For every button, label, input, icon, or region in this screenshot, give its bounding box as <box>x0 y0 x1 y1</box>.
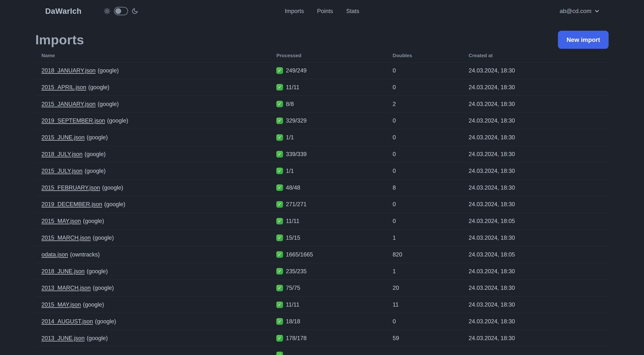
created-at-cell: 24.03.2024, 18:30 <box>469 268 609 275</box>
user-menu[interactable]: ab@cd.com <box>560 8 600 14</box>
doubles-cell: 0 <box>392 117 469 124</box>
processed-count: 329/329 <box>286 117 307 124</box>
processed-cell: ✓ 48/48 <box>276 184 392 191</box>
import-file-link[interactable]: 2015_MARCH.json <box>42 235 91 241</box>
name-cell <box>42 352 276 355</box>
processed-cell: ✓ 11/11 <box>276 301 392 308</box>
column-header-name: Name <box>42 53 276 58</box>
import-file-link[interactable]: 2015_MAY.json <box>42 301 81 308</box>
nav-points[interactable]: Points <box>317 8 333 14</box>
import-file-link[interactable]: 2018_JUNE.json <box>42 268 84 275</box>
import-source: (owntracks) <box>70 251 100 258</box>
import-file-link[interactable]: 2015_MAY.json <box>42 218 81 224</box>
import-file-link[interactable]: 2015_JULY.json <box>42 168 82 174</box>
created-at-cell: 24.03.2024, 18:30 <box>469 301 609 308</box>
name-cell: 2013_JUNE.json(google) <box>42 335 276 342</box>
check-icon: ✓ <box>276 335 283 342</box>
doubles-cell: 0 <box>392 168 469 174</box>
name-cell: 2014_AUGUST.json(google) <box>42 318 276 325</box>
import-file-link[interactable]: 2015_FEBRUARY.json <box>42 184 100 191</box>
name-cell: 2018_JUNE.json(google) <box>42 268 276 275</box>
processed-count: 48/48 <box>286 184 300 191</box>
import-file-link[interactable]: 2015_JANUARY.json <box>42 101 96 107</box>
sun-icon <box>104 8 110 14</box>
table-row: 2013_MARCH.json(google) ✓ 75/75 20 24.03… <box>36 280 609 297</box>
processed-count: 18/18 <box>286 318 300 325</box>
check-icon: ✓ <box>276 318 283 325</box>
check-icon: ✓ <box>276 101 283 107</box>
processed-count: 1/1 <box>286 134 294 141</box>
import-file-link[interactable]: 2018_JANUARY.json <box>42 67 96 74</box>
check-icon: ✓ <box>276 184 283 191</box>
doubles-cell: 1 <box>392 268 469 275</box>
nav-stats[interactable]: Stats <box>346 8 359 14</box>
import-file-link[interactable]: 2013_MARCH.json <box>42 285 91 291</box>
table-row: 2015_APRIL.json(google) ✓ 11/11 0 24.03.… <box>36 79 609 96</box>
created-at-cell: 24.03.2024, 18:30 <box>469 168 609 174</box>
import-source: (google) <box>88 84 110 90</box>
created-at-cell: 24.03.2024, 18:30 <box>469 335 609 342</box>
doubles-cell: 0 <box>392 84 469 91</box>
import-file-link[interactable]: 2015_APRIL.json <box>42 84 86 90</box>
import-file-link[interactable]: 2018_JULY.json <box>42 151 82 157</box>
created-at-cell: 24.03.2024, 18:30 <box>469 235 609 241</box>
created-at-cell: 24.03.2024, 18:05 <box>469 218 609 224</box>
doubles-cell: 0 <box>392 67 469 74</box>
created-at-cell: 24.03.2024, 18:30 <box>469 101 609 107</box>
doubles-cell: 8 <box>392 184 469 191</box>
name-cell: 2015_FEBRUARY.json(google) <box>42 184 276 191</box>
created-at-cell: 24.03.2024, 18:30 <box>469 318 609 325</box>
import-file-link[interactable]: odata.json <box>42 251 68 258</box>
import-source: (google) <box>102 184 123 191</box>
processed-cell: ✓ 18/18 <box>276 318 392 325</box>
check-icon: ✓ <box>276 268 283 275</box>
import-source: (google) <box>93 235 114 241</box>
table-header: Name Processed Doubles Created at <box>36 49 609 62</box>
name-cell: 2019_SEPTEMBER.json(google) <box>42 117 276 124</box>
table-row: 2019_DECEMBER.json(google) ✓ 271/271 0 2… <box>36 196 609 213</box>
import-file-link[interactable]: 2013_JUNE.json <box>42 335 84 342</box>
processed-count: 235/235 <box>286 268 307 275</box>
import-file-link[interactable]: 2015_JUNE.json <box>42 134 84 141</box>
import-file-link[interactable]: 2019_DECEMBER.json <box>42 201 102 208</box>
name-cell: 2018_JANUARY.json(google) <box>42 67 276 74</box>
created-at-cell: 24.03.2024, 18:05 <box>469 251 609 258</box>
table-row: 2018_JUNE.json(google) ✓ 235/235 1 24.03… <box>36 263 609 280</box>
table-row: 2015_MAY.json(google) ✓ 11/11 11 24.03.2… <box>36 297 609 313</box>
theme-switch[interactable] <box>114 7 128 15</box>
name-cell: 2019_DECEMBER.json(google) <box>42 201 276 208</box>
doubles-cell: 20 <box>392 285 469 291</box>
processed-count: 11/11 <box>286 84 300 91</box>
app-logo[interactable]: DaWarIch <box>45 7 82 16</box>
check-icon: ✓ <box>276 84 283 90</box>
doubles-cell: 2 <box>392 101 469 107</box>
name-cell: 2015_MAY.json(google) <box>42 218 276 224</box>
doubles-cell: 0 <box>392 151 469 158</box>
created-at-cell: 24.03.2024, 18:30 <box>469 285 609 291</box>
check-icon: ✓ <box>276 168 283 174</box>
table-row: 2015_MARCH.json(google) ✓ 15/15 1 24.03.… <box>36 230 609 246</box>
nav-imports[interactable]: Imports <box>285 8 304 14</box>
table-row: 2015_JUNE.json(google) ✓ 1/1 0 24.03.202… <box>36 129 609 146</box>
import-source: (google) <box>87 335 108 342</box>
processed-count: 339/339 <box>286 151 307 158</box>
imports-table: Name Processed Doubles Created at 2018_J… <box>36 49 609 355</box>
processed-count: 75/75 <box>286 285 300 291</box>
import-source: (google) <box>84 168 106 174</box>
import-file-link[interactable]: 2019_SEPTEMBER.json <box>42 117 105 124</box>
new-import-button[interactable]: New import <box>558 31 609 49</box>
table-row: ✓ <box>36 347 609 355</box>
user-email: ab@cd.com <box>560 8 592 14</box>
processed-cell: ✓ 1665/1665 <box>276 251 392 258</box>
check-icon: ✓ <box>276 302 283 308</box>
check-icon: ✓ <box>276 134 283 141</box>
table-row: 2015_FEBRUARY.json(google) ✓ 48/48 8 24.… <box>36 180 609 196</box>
table-body: 2018_JANUARY.json(google) ✓ 249/249 0 24… <box>36 62 609 355</box>
check-icon: ✓ <box>276 151 283 157</box>
import-source: (google) <box>104 201 125 208</box>
processed-cell: ✓ 235/235 <box>276 268 392 275</box>
doubles-cell: 1 <box>392 235 469 241</box>
processed-cell: ✓ 271/271 <box>276 201 392 208</box>
import-file-link[interactable]: 2014_AUGUST.json <box>42 318 93 325</box>
import-source: (google) <box>83 218 104 224</box>
